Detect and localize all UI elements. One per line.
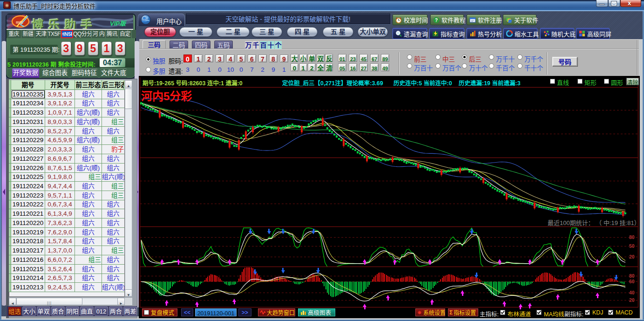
svg-text:60: 60 <box>629 279 635 284</box>
svg-text:?: ? <box>435 18 438 23</box>
svg-text:最近100期统计： （ 中:19 挂:81）: 最近100期统计： （ 中:19 挂:81） <box>548 219 640 226</box>
svg-text:mtc: mtc <box>16 20 23 25</box>
svg-text:80: 80 <box>629 234 635 240</box>
svg-text:80: 80 <box>629 273 635 279</box>
svg-text:20: 20 <box>629 254 635 260</box>
svg-text:50: 50 <box>629 243 635 249</box>
svg-text:20: 20 <box>629 297 635 303</box>
svg-text:40: 40 <box>629 290 635 295</box>
svg-text:河内5分彩: 河内5分彩 <box>141 90 192 102</box>
